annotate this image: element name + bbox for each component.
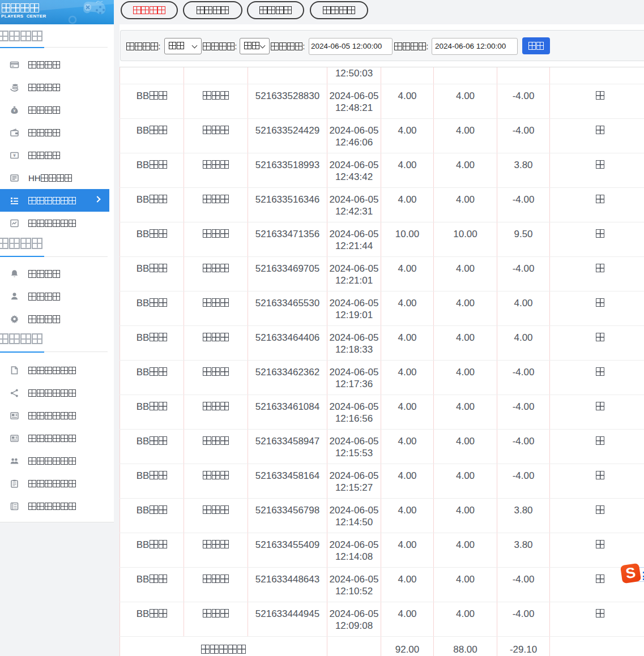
svg-text:¥: ¥ — [13, 153, 16, 158]
svg-text:¥: ¥ — [14, 108, 16, 112]
